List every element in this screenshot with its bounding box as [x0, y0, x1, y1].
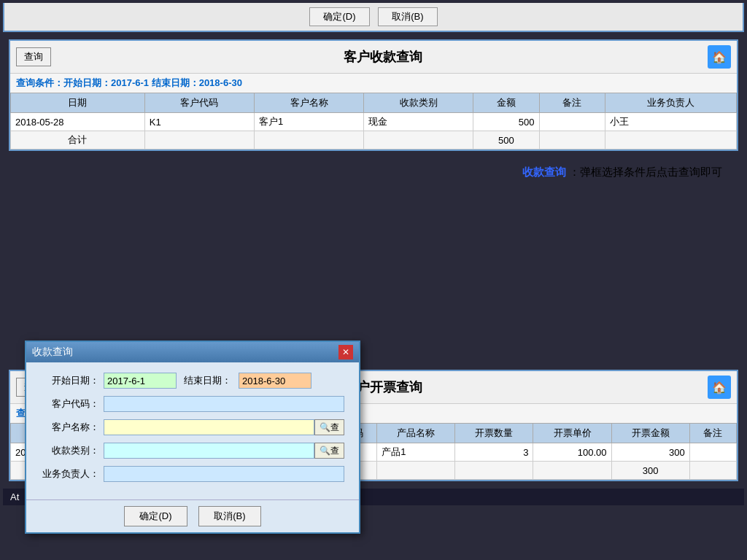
- th-code-1: 客户代码: [144, 93, 254, 113]
- summary-note: [539, 131, 605, 149]
- th-qty: 开票数量: [455, 424, 533, 443]
- modal-title: 收款查询: [32, 346, 73, 359]
- summary-name: [254, 131, 363, 149]
- th-type-1: 收款类别: [364, 93, 473, 113]
- table-row: 2018-05-28 K1 客户1 现金 500 小王: [11, 113, 737, 131]
- hint-highlight: 收款查询: [522, 166, 566, 178]
- start-date-input[interactable]: [104, 373, 177, 389]
- cell-date: 2018-05-28: [11, 113, 145, 131]
- customer-name-field: 🔍查: [104, 419, 344, 435]
- customer-name-input[interactable]: [104, 419, 314, 435]
- summary-code: [144, 131, 254, 149]
- inv-sum-qty: [455, 462, 533, 480]
- customer-name-row: 客户名称： 🔍查: [41, 419, 344, 435]
- th-amount-1: 金额: [473, 93, 539, 113]
- customer-code-label: 客户代码：: [41, 397, 99, 411]
- middle-area: 收款查询 ：弹框选择条件后点击查询即可 收款查询 ✕ 开始日期： 结束日期：: [3, 158, 744, 362]
- cancel-button-top[interactable]: 取消(B): [378, 7, 437, 26]
- modal-titlebar: 收款查询 ✕: [26, 342, 359, 362]
- th-unit-price: 开票单价: [533, 424, 611, 443]
- cell-name: 客户1: [254, 113, 363, 131]
- th-name-1: 客户名称: [254, 93, 363, 113]
- hint-area: 收款查询 ：弹框选择条件后点击查询即可: [522, 166, 722, 179]
- query-button-1[interactable]: 查询: [16, 47, 51, 66]
- payment-type-input[interactable]: [104, 443, 314, 459]
- th-note-1: 备注: [539, 93, 605, 113]
- modal-body: 开始日期： 结束日期： 客户代码： 客户名称：: [26, 362, 359, 499]
- cell-type: 现金: [364, 113, 473, 131]
- inv-unit-price: 100.00: [533, 443, 611, 462]
- date-row: 开始日期： 结束日期：: [41, 373, 344, 389]
- end-date-label: 结束日期：: [184, 374, 231, 387]
- th-prod-name: 产品名称: [377, 424, 455, 443]
- top-button-bar: 确定(D) 取消(B): [3, 3, 744, 32]
- inv-prod-name: 产品1: [377, 443, 455, 462]
- modal-footer: 确定(D) 取消(B): [26, 499, 359, 532]
- responsible-label: 业务负责人：: [41, 467, 99, 481]
- cell-amount: 500: [473, 113, 539, 131]
- th-staff-1: 业务负责人: [605, 93, 736, 113]
- inv-sum-note: [689, 462, 736, 480]
- th-note-2: 备注: [689, 424, 736, 443]
- section-payment-query: 查询 客户收款查询 🏠 查询条件：开始日期：2017-6-1 结束日期：2018…: [9, 39, 738, 151]
- inv-sum-total: 300: [611, 462, 689, 480]
- cell-staff: 小王: [605, 113, 736, 131]
- inv-note: [689, 443, 736, 462]
- section1-header: 查询 客户收款查询 🏠: [10, 41, 737, 74]
- summary-staff: [605, 131, 736, 149]
- customer-name-label: 客户名称：: [41, 421, 99, 434]
- main-layout: 确定(D) 取消(B) 查询 客户收款查询 🏠 查询条件：开始日期：2017-6…: [0, 0, 747, 560]
- home-button-1[interactable]: 🏠: [708, 45, 731, 69]
- payment-type-label: 收款类别：: [41, 444, 99, 457]
- payment-table: 日期 客户代码 客户名称 收款类别 金额 备注 业务负责人 2018-05-28…: [10, 93, 737, 149]
- inv-sum-unit-price: [533, 462, 611, 480]
- start-date-label: 开始日期：: [41, 374, 99, 387]
- customer-code-input[interactable]: [104, 396, 344, 412]
- th-date-1: 日期: [11, 93, 145, 113]
- home-icon-2: 🏠: [712, 381, 727, 394]
- end-date-input[interactable]: [239, 373, 311, 389]
- inv-qty: 3: [455, 443, 533, 462]
- payment-type-row: 收款类别： 🔍查: [41, 443, 344, 459]
- payment-type-lookup-btn[interactable]: 🔍查: [314, 443, 344, 459]
- modal-cancel-button[interactable]: 取消(B): [198, 506, 260, 526]
- responsible-row: 业务负责人：: [41, 466, 344, 482]
- section1-title: 客户收款查询: [58, 48, 708, 66]
- modal-confirm-button[interactable]: 确定(D): [124, 506, 187, 526]
- table-header-row: 日期 客户代码 客户名称 收款类别 金额 备注 业务负责人: [11, 93, 737, 113]
- modal-close-button[interactable]: ✕: [338, 345, 353, 359]
- summary-row: 合计 500: [11, 131, 737, 149]
- payment-type-field: 🔍查: [104, 443, 344, 459]
- cell-note: [539, 113, 605, 131]
- section1-condition: 查询条件：开始日期：2017-6-1 结束日期：2018-6-30: [10, 74, 737, 93]
- hint-rest: ：弹框选择条件后点击查询即可: [569, 166, 722, 178]
- summary-type: [364, 131, 473, 149]
- th-total: 开票金额: [611, 424, 689, 443]
- cell-code: K1: [144, 113, 254, 131]
- confirm-button-top[interactable]: 确定(D): [309, 7, 369, 26]
- close-icon: ✕: [342, 347, 349, 357]
- inv-sum-prod-name: [377, 462, 455, 480]
- home-button-2[interactable]: 🏠: [708, 376, 731, 399]
- summary-label: 合计: [11, 131, 145, 149]
- summary-amount: 500: [473, 131, 539, 149]
- responsible-input[interactable]: [104, 466, 344, 482]
- customer-name-lookup-btn[interactable]: 🔍查: [314, 419, 344, 435]
- bottom-text: At: [10, 491, 19, 502]
- modal-dialog: 收款查询 ✕ 开始日期： 结束日期： 客户代码：: [25, 341, 360, 534]
- inv-total: 300: [611, 443, 689, 462]
- customer-code-row: 客户代码：: [41, 396, 344, 412]
- home-icon-1: 🏠: [712, 50, 727, 64]
- modal-content: 收款查询 ✕ 开始日期： 结束日期： 客户代码：: [25, 341, 360, 534]
